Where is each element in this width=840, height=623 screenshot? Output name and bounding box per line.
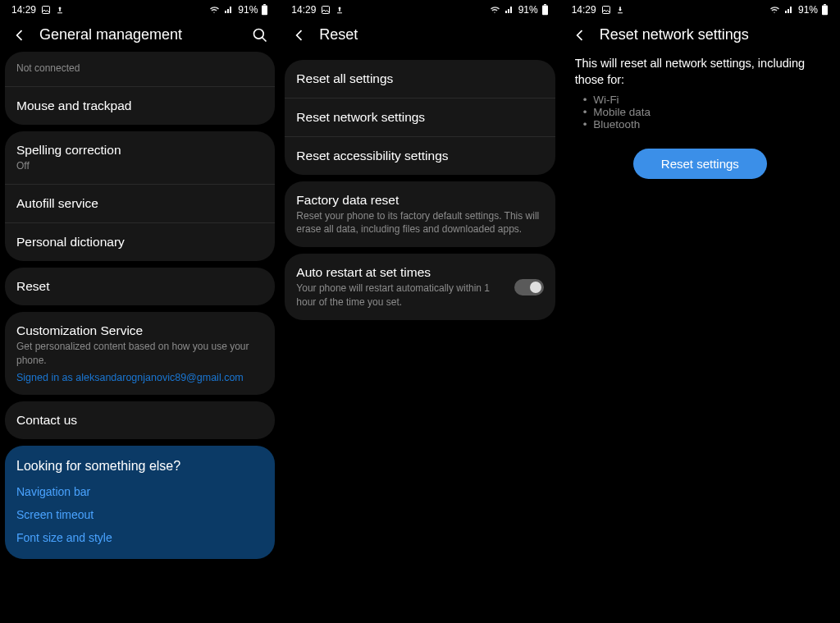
- battery-percent: 91%: [238, 4, 258, 16]
- row-subtitle: Not connected: [16, 62, 263, 75]
- clock: 14:29: [572, 4, 596, 16]
- upload-icon: [336, 5, 344, 15]
- bullet-bluetooth: Bluetooth: [583, 118, 825, 131]
- header: Reset network settings: [560, 18, 840, 55]
- image-icon: [321, 5, 331, 15]
- signal-icon: [783, 5, 795, 15]
- svg-rect-4: [322, 7, 330, 14]
- row-title: Autofill service: [16, 196, 263, 211]
- svg-rect-6: [544, 4, 546, 5]
- row-reset[interactable]: Reset: [5, 268, 275, 305]
- row-mouse-trackpad[interactable]: Mouse and trackpad: [5, 87, 275, 125]
- row-title: Personal dictionary: [16, 235, 263, 250]
- row-reset-accessibility[interactable]: Reset accessibility settings: [285, 137, 555, 175]
- row-subtitle: Reset your phone to its factory default …: [296, 209, 543, 236]
- back-icon[interactable]: [11, 27, 28, 44]
- battery-icon: [821, 4, 829, 16]
- clock: 14:29: [11, 4, 36, 16]
- battery-icon: [541, 4, 549, 16]
- row-auto-restart[interactable]: Auto restart at set times Your phone wil…: [285, 254, 555, 319]
- row-title: Spelling correction: [16, 143, 263, 158]
- wifi-icon: [769, 5, 780, 15]
- signed-in-link[interactable]: Signed in as aleksandarognjanovic89@gmai…: [16, 372, 263, 383]
- battery-icon: [261, 4, 268, 16]
- bullet-wifi: Wi-Fi: [583, 94, 825, 106]
- svg-rect-0: [43, 7, 50, 14]
- svg-rect-9: [824, 4, 826, 5]
- bullet-list: Wi-Fi Mobile data Bluetooth: [560, 89, 840, 131]
- row-reset-all-settings[interactable]: Reset all settings: [285, 60, 555, 98]
- battery-percent: 91%: [518, 4, 538, 16]
- description: This will reset all network settings, in…: [560, 55, 840, 89]
- row-title: Mouse and trackpad: [16, 98, 263, 113]
- reset-settings-button[interactable]: Reset settings: [633, 149, 767, 179]
- row-title: Contact us: [16, 413, 263, 428]
- back-icon[interactable]: [572, 27, 588, 44]
- svg-rect-1: [262, 5, 267, 15]
- signal-icon: [223, 5, 235, 15]
- row-factory-data-reset[interactable]: Factory data reset Reset your phone to i…: [285, 181, 555, 247]
- svg-rect-5: [542, 5, 548, 15]
- svg-rect-7: [602, 7, 609, 14]
- row-title: Customization Service: [16, 323, 263, 338]
- row-subtitle: Get personalized content based on how yo…: [16, 340, 263, 366]
- page-title: General management: [39, 26, 240, 44]
- row-physical-keyboard[interactable]: Physical keyboard Not connected: [5, 52, 275, 87]
- row-reset-network-settings[interactable]: Reset network settings: [285, 98, 555, 137]
- search-icon[interactable]: [252, 27, 268, 44]
- image-icon: [41, 5, 51, 15]
- row-personal-dictionary[interactable]: Personal dictionary: [5, 223, 275, 261]
- header: General management: [0, 18, 280, 55]
- battery-percent: 91%: [798, 4, 818, 16]
- svg-rect-2: [263, 4, 266, 5]
- row-customization-service[interactable]: Customization Service Get personalized c…: [5, 312, 275, 394]
- page-title: Reset network settings: [600, 26, 829, 44]
- svg-rect-8: [822, 5, 828, 15]
- header: Reset: [280, 18, 559, 55]
- status-bar: 14:29 91%: [280, 0, 559, 18]
- suggest-link-navigation-bar[interactable]: Navigation bar: [16, 485, 263, 498]
- suggest-link-font-size[interactable]: Font size and style: [16, 531, 263, 544]
- suggestion-card: Looking for something else? Navigation b…: [5, 446, 275, 559]
- row-autofill[interactable]: Autofill service: [5, 185, 275, 223]
- wifi-icon: [208, 5, 220, 15]
- suggestion-title: Looking for something else?: [16, 459, 263, 474]
- clock: 14:29: [291, 4, 316, 16]
- page-title: Reset: [319, 26, 548, 44]
- row-title: Reset: [16, 279, 263, 294]
- wifi-icon: [489, 5, 500, 15]
- row-title: Reset accessibility settings: [296, 149, 543, 163]
- row-subtitle: Off: [16, 159, 263, 172]
- row-contact-us[interactable]: Contact us: [5, 401, 275, 439]
- svg-point-3: [254, 29, 264, 39]
- status-bar: 14:29 91%: [0, 0, 280, 18]
- row-title: Reset network settings: [296, 110, 543, 125]
- row-title: Factory data reset: [296, 193, 543, 208]
- download-icon: [616, 5, 624, 15]
- row-title: Auto restart at set times: [296, 265, 505, 280]
- signal-icon: [504, 5, 515, 15]
- bullet-mobile-data: Mobile data: [583, 106, 825, 118]
- upload-icon: [56, 5, 64, 15]
- back-icon[interactable]: [291, 27, 308, 44]
- row-spelling-correction[interactable]: Spelling correction Off: [5, 131, 275, 185]
- suggest-link-screen-timeout[interactable]: Screen timeout: [16, 508, 263, 521]
- auto-restart-toggle[interactable]: [514, 279, 544, 295]
- image-icon: [601, 5, 611, 15]
- row-subtitle: Your phone will restart automatically wi…: [296, 282, 505, 308]
- row-title: Reset all settings: [296, 71, 543, 86]
- status-bar: 14:29 91%: [560, 0, 840, 18]
